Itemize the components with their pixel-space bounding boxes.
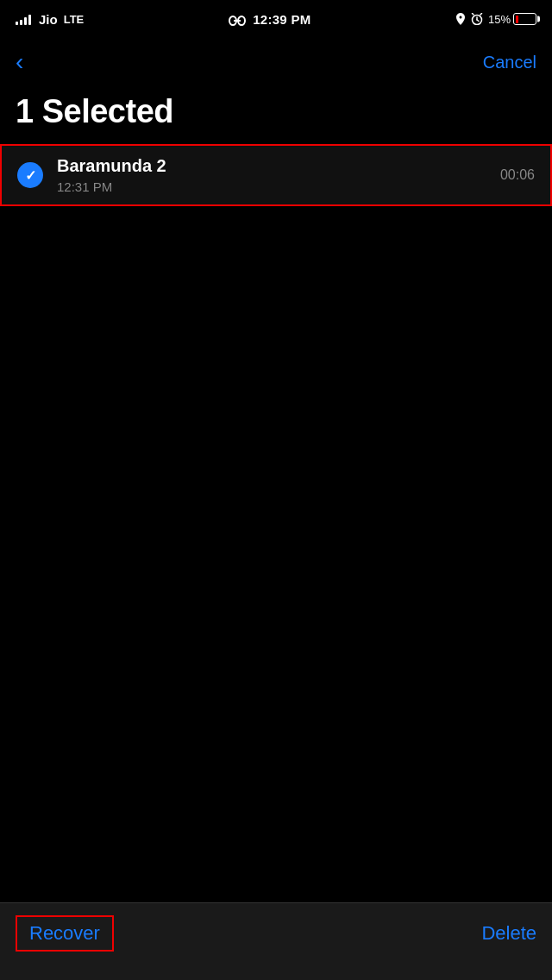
empty-space bbox=[0, 206, 552, 896]
carrier-label: Jio bbox=[39, 12, 58, 27]
selection-checkbox[interactable]: ✓ bbox=[17, 162, 43, 188]
time-display: 12:39 PM bbox=[253, 12, 310, 27]
battery-container: 15% bbox=[488, 13, 536, 26]
recording-list: ✓ Baramunda 2 12:31 PM 00:06 bbox=[0, 144, 552, 206]
location-icon bbox=[455, 13, 466, 25]
status-time: 12:39 PM bbox=[229, 12, 311, 27]
status-left: Jio LTE bbox=[16, 12, 84, 27]
back-button[interactable]: ‹ bbox=[16, 50, 23, 74]
page-title-section: 1 Selected bbox=[0, 86, 552, 144]
page-title: 1 Selected bbox=[16, 93, 173, 129]
cancel-button[interactable]: Cancel bbox=[483, 53, 536, 72]
connection-type-label: LTE bbox=[64, 13, 85, 26]
recording-timestamp: 12:31 PM bbox=[57, 179, 500, 194]
checkmark-icon: ✓ bbox=[25, 167, 36, 184]
battery-fill bbox=[516, 16, 518, 23]
recover-button[interactable]: Recover bbox=[16, 915, 114, 952]
recording-item[interactable]: ✓ Baramunda 2 12:31 PM 00:06 bbox=[0, 144, 552, 206]
signal-bar-1 bbox=[16, 22, 18, 25]
svg-line-6 bbox=[472, 14, 474, 16]
status-bar: Jio LTE 12:39 PM 15% bbox=[0, 0, 552, 38]
battery-icon bbox=[513, 13, 536, 25]
delete-button[interactable]: Delete bbox=[481, 922, 536, 945]
link-icon bbox=[229, 16, 246, 26]
svg-line-5 bbox=[477, 20, 479, 22]
bottom-bar: Recover Delete bbox=[0, 902, 552, 980]
alarm-icon bbox=[471, 13, 483, 25]
recording-info: Baramunda 2 12:31 PM bbox=[57, 156, 500, 194]
recording-name: Baramunda 2 bbox=[57, 156, 500, 176]
battery-percent-label: 15% bbox=[488, 13, 511, 26]
signal-bar-2 bbox=[20, 20, 22, 25]
signal-bar-3 bbox=[24, 17, 27, 25]
nav-bar: ‹ Cancel bbox=[0, 38, 552, 86]
svg-line-7 bbox=[480, 14, 482, 16]
signal-bars-icon bbox=[16, 13, 31, 25]
status-right: 15% bbox=[455, 13, 536, 26]
signal-bar-4 bbox=[28, 15, 31, 25]
recording-duration: 00:06 bbox=[500, 167, 535, 183]
